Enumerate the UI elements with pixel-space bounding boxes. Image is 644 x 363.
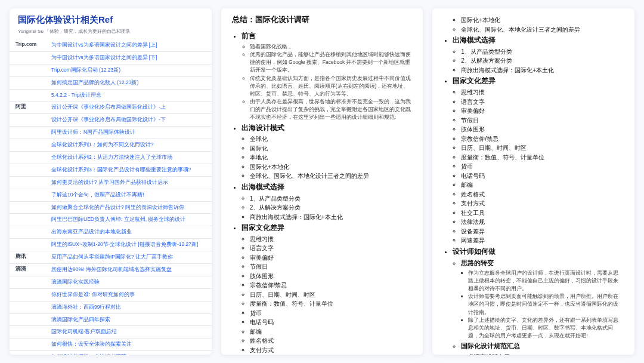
list-item: 1、从产品类型分类 [250,194,413,204]
source-cell [10,301,45,313]
reference-link[interactable]: 你好世界你是谁: 你对研究如何的事 [51,291,206,299]
source-cell [10,351,45,355]
list-item: 语言文字 [461,97,624,107]
reference-link[interactable]: 阿里巴巴国际UED负责人傅坤: 立足杭州, 服务全球的设计 [51,216,206,224]
list-item: 思维习惯 [461,88,624,97]
list-item: 邮编 [250,327,413,337]
list-item: 日历、日期、时间、时区 [250,290,413,300]
list-item: 审美偏好 [250,253,413,263]
reference-link[interactable]: 5.4.2.2 - Trip设计理念 [51,91,206,100]
table-row: 滴滴国际化产品四年探索 [10,313,212,326]
reference-link[interactable]: 阿里的ISUX~改制1-20节·全球化设计 [链接语音免费听-12.27新] [51,241,206,249]
reference-link[interactable]: 您使用达90%! 海外国际化司机端域名选择实施复盘 [51,266,206,274]
link-cell: 了解这10个金句，做理产品设计不再糟! [45,189,212,201]
table-row: 出海东南亚产品设计的本地化新业 [10,226,212,239]
list-item: 节假日 [250,262,413,272]
link-cell: 滴滴海外社：西西99行程对比 [45,301,212,313]
reference-link[interactable]: 阿里设计师：N国产品国际体验设计 [51,128,206,137]
link-cell: 为中国设计vs为多语国家设计之间的差异 [上] [45,39,212,51]
link-cell: 滴滴国际化产品四年探索 [45,313,212,326]
reference-link[interactable]: 如何做聚合全球化的产品设计? 阿里的资深设计师告诉你 [51,204,206,212]
table-row: 滴滴您使用达90%! 海外国际化司机端域名选择实施复盘 [10,264,212,276]
reference-link[interactable]: 国际化司机端·客户双面总结 [51,328,206,336]
list-item: 肢体图形 [250,272,413,281]
reference-link[interactable]: 滴滴海外社：西西99行程对比 [51,303,206,312]
section-heading: 出海模式选择 [453,35,624,46]
list-item: 节假日 [461,116,624,125]
source-cell [10,201,45,214]
list-item: 设备差异 [461,227,624,236]
table-row: 阿里设计公开课《事业化冷启布局做国际化设计》-上 [10,101,212,114]
right-panel: 国际化+本地化全球化、国际化、本地化设计三者之间的差异 出海模式选择 1、从产品… [432,8,634,355]
right-outline: 国际化+本地化全球化、国际化、本地化设计三者之间的差异 出海模式选择 1、从产品… [432,16,634,355]
list-item: 由于人类存在差异很高，世界各地的标准并不是完全一致的，这为我们的产品设计提出了复… [250,98,413,122]
table-row: 腾讯应用产品如何从零搭建跨IP国际化? 让大厂高手教你 [10,251,212,264]
source-cell [10,114,45,127]
list-item: 网速差异 [461,236,624,245]
reference-link[interactable]: Trip.com国际化启动 (12.23新) [51,66,206,75]
list-item: 2、从解决方案分类 [461,56,624,66]
left-panel: 国际化体验设计相关Ref Yongmei Su 「体验」研究，成长为更好的自己和… [10,8,212,355]
reference-link[interactable]: 如何很快：设安全体验的探索关注 [51,340,206,349]
reference-link[interactable]: 滴滴国际化产品四年探索 [51,316,206,324]
table-row: 设计公开课《事业化冷启布局做国际化设计》-下 [10,114,212,127]
section-heading: 出海设计模式 [242,123,413,134]
reference-link[interactable]: 如何搞定国产品牌的化数人 (12.23新) [51,79,206,87]
list-item: 全球化、国际化、本地化设计三者之间的差异 [461,25,624,35]
reference-link[interactable]: 全球化设计系列2：从活力方法快速注入了全球市场 [51,153,206,162]
list-item: 审美偏好 [461,106,624,116]
reference-link[interactable]: 如何更灵活的设计? 从学习国外产品获得设计启示 [51,179,206,187]
table-row: 国际化司机端·客户双面总结 [10,326,212,339]
subsection-heading: 思路的转变 [461,258,624,267]
link-cell: 出海东南亚产品设计的本地化新业 [45,226,212,239]
subsection-heading: 国际化设计规范汇总 [461,341,624,350]
list-item: 货币 [461,162,624,171]
reference-link[interactable]: 出海东南亚产品设计的本地化新业 [51,228,206,236]
link-cell: 全球化设计系列2：从活力方法快速注入了全球市场 [45,152,212,164]
link-cell: Trip.com国际化启动 (12.23新) [45,64,212,76]
reference-link[interactable]: 设计公开课《事业化冷启布局做国际化设计》-下 [51,116,206,124]
list-item: 姓名格式 [250,336,413,346]
source-cell [10,276,45,288]
source-cell [10,288,45,301]
list-item: 随着国际化战略... [250,43,413,51]
list-item: 度量衡：数值、符号、计量单位 [461,153,624,162]
source-cell [10,313,45,326]
table-row: 如何搞定国产品牌的化数人 (12.23新) [10,76,212,89]
section-heading: 设计师如何做 [453,247,624,257]
list-item: 除了上述描绘的文字、文化的差异外，还有跟一系列表单填写息息相关的地址、货币、日期… [468,316,624,340]
reference-link[interactable]: 全球化设计系列1：如何为不同文化而设计? [51,141,206,149]
reference-link[interactable]: 滴滴国际化实践经验 [51,278,206,287]
list-item: 姓名格式 [461,190,624,199]
list-item: 法律法规 [461,217,624,227]
list-item: 2、从解决方案分类 [250,203,413,213]
link-cell: 阿里的ISUX~改制1-20节·全球化设计 [链接语音免费听-12.27新] [45,239,212,251]
reference-link[interactable]: 如何设计并深圳：个性情考辞院 [51,353,206,355]
list-item: 商旅出海模式选择：国际化+本土化 [461,66,624,75]
reference-link[interactable]: 了解这10个金句，做理产品设计不再糟! [51,191,206,199]
list-item: 度量衡：数值、符号、计量单位 [250,299,413,309]
list-item: 商旅出海模式选择：国际化+本土化 [250,213,413,222]
table-row: 滴滴海外社：西西99行程对比 [10,301,212,313]
reference-link[interactable]: 为中国设计vs为多语国家设计之间的差异 [下] [51,54,206,62]
reference-link[interactable]: 设计公开课《事业化冷启布局做国际化设计》-上 [51,103,206,112]
list-item: 社交工具 [461,208,624,218]
table-row: 阿里的ISUX~改制1-20节·全球化设计 [链接语音免费听-12.27新] [10,239,212,251]
list-item: 语言文字 [250,244,413,253]
reference-link[interactable]: 为中国设计vs为多语国家设计之间的差异 [上] [51,41,206,50]
link-cell: 全球化设计系列1：如何为不同文化而设计? [45,139,212,152]
link-cell: 如何设计并深圳：个性情考辞院 [45,351,212,355]
reference-link[interactable]: 全球化设计系列3：国际化产品设计有哪些重要注意的事项? [51,166,206,174]
source-cell [10,139,45,152]
table-row: 阿里巴巴国际UED负责人傅坤: 立足杭州, 服务全球的设计 [10,214,212,226]
table-row: Trip.com为中国设计vs为多语国家设计之间的差异 [上] [10,39,212,51]
list-item: 设计师需要考虑到页面可能触影到的场景，用户所推。用户所在地区的习惯，即使是时间值… [468,293,624,316]
link-cell: 如何做聚合全球化的产品设计? 阿里的资深设计师告诉你 [45,201,212,214]
source-cell [10,64,45,76]
reference-link[interactable]: 应用产品如何从零搭建跨IP国际化? 让大厂高手教你 [51,253,206,262]
list-item: 支付方式 [250,346,413,355]
source-cell [10,339,45,351]
link-cell: 全球化设计系列3：国际化产品设计有哪些重要注意的事项? [45,164,212,176]
middle-outline: 前言 随着国际化战略...优秀的国际化产品，能够让产品在移植到其他地区域时能够快… [221,31,423,355]
table-row: 全球化设计系列1：如何为不同文化而设计? [10,139,212,152]
